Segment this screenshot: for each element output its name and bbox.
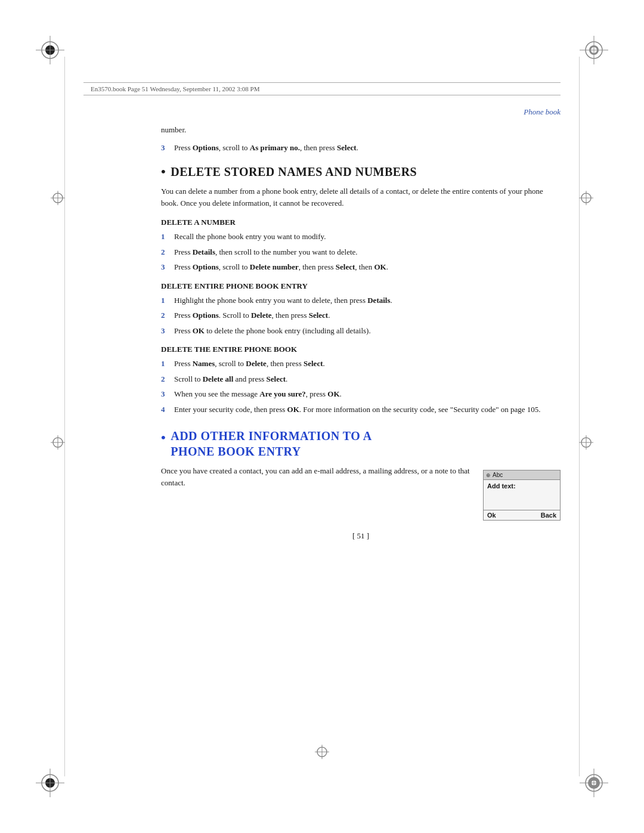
tick-left-mid [51,435,65,452]
tick-right-top [579,191,593,208]
step-text-d2-1: Highlight the phone book entry you want … [174,295,561,306]
delete-all-step-4: 4 Enter your security code, then press O… [161,404,561,416]
delete-all-step-1: 1 Press Names, scroll to Delete, then pr… [161,358,561,370]
left-border-line [64,57,65,776]
tick-right-mid [579,435,593,452]
delete-all-step-3: 3 When you see the message Are you sure?… [161,388,561,400]
phone-screen-top-bar: ⊕ Abc [484,470,560,480]
add-other-section-heading: ADD OTHER INFORMATION TO A PHONE BOOK EN… [161,428,561,459]
tick-left-top [51,191,65,208]
phone-back-button[interactable]: Back [541,512,556,519]
tick-bottom-center [315,745,329,761]
main-content: Phone book number. 3 Press Options, scro… [161,107,561,738]
abc-icon: ⊕ [486,472,491,478]
step-text-intro-3: Press Options, scroll to As primary no.,… [174,142,561,154]
step-text-d3-2: Scroll to Delete all and press Select. [174,373,561,385]
delete-number-heading: DELETE A NUMBER [161,218,561,227]
delete-all-heading: DELETE THE ENTIRE PHONE BOOK [161,345,561,354]
phone-screen-body: Add text: [484,480,560,510]
phone-ok-button[interactable]: Ok [487,512,496,519]
step-text-d2-2: Press Options. Scroll to Delete, then pr… [174,309,561,321]
step-num-d1-2: 2 [161,246,174,258]
header-bar: En3570.book Page 51 Wednesday, September… [83,82,561,95]
step-text-d1-1: Recall the phone book entry you want to … [174,231,561,243]
phone-screen-add-text-label: Add text: [487,482,556,490]
phone-screen-buttons-bar: Ok Back [484,510,560,520]
delete-num-step-2: 2 Press Details, then scroll to the numb… [161,246,561,258]
corner-mark-tr [580,36,608,64]
step-num-d1-1: 1 [161,231,174,243]
intro-number-text: number. [161,124,561,136]
step-text-d1-2: Press Details, then scroll to the number… [174,246,561,258]
section-label: Phone book [161,107,561,117]
add-other-content-area: Once you have created a contact, you can… [161,465,561,521]
step-text-d3-1: Press Names, scroll to Delete, then pres… [174,358,561,370]
corner-mark-tl [36,36,64,64]
delete-entry-heading: DELETE ENTIRE PHONE BOOK ENTRY [161,281,561,291]
delete-entry-step-1: 1 Highlight the phone book entry you wan… [161,295,561,306]
phone-screen-mockup: ⊕ Abc Add text: Ok Back [483,470,561,521]
add-other-body-text: Once you have created a contact, you can… [161,465,471,497]
delete-num-step-1: 1 Recall the phone book entry you want t… [161,231,561,243]
step-num-d1-3: 3 [161,261,174,273]
step-num-d3-3: 3 [161,388,174,400]
corner-mark-bl [36,769,64,797]
corner-mark-br [580,769,608,797]
delete-num-step-3: 3 Press Options, scroll to Delete number… [161,261,561,273]
step-num-d3-4: 4 [161,404,174,416]
delete-section-body: You can delete a number from a phone boo… [161,185,561,209]
step-num-d3-1: 1 [161,358,174,370]
step-num-intro-3: 3 [161,142,174,154]
step-text-d1-3: Press Options, scroll to Delete number, … [174,261,561,273]
step-num-d2-1: 1 [161,295,174,306]
step-text-d2-3: Press OK to delete the phone book entry … [174,325,561,337]
phone-screen-abc-label: Abc [493,472,503,478]
delete-entry-step-2: 2 Press Options. Scroll to Delete, then … [161,309,561,321]
step-intro-3: 3 Press Options, scroll to As primary no… [161,142,561,154]
delete-entry-step-3: 3 Press OK to delete the phone book entr… [161,325,561,337]
page-number: [ 51 ] [161,531,561,541]
delete-section-heading: DELETE STORED NAMES AND NUMBERS [161,164,561,179]
right-border-line [579,57,580,776]
document-page: En3570.book Page 51 Wednesday, September… [0,0,644,833]
step-num-d3-2: 2 [161,373,174,385]
step-text-d3-4: Enter your security code, then press OK.… [174,404,561,416]
step-text-d3-3: When you see the message Are you sure?, … [174,388,561,400]
file-info-text: En3570.book Page 51 Wednesday, September… [91,85,259,92]
delete-all-step-2: 2 Scroll to Delete all and press Select. [161,373,561,385]
step-num-d2-3: 3 [161,325,174,337]
step-num-d2-2: 2 [161,309,174,321]
